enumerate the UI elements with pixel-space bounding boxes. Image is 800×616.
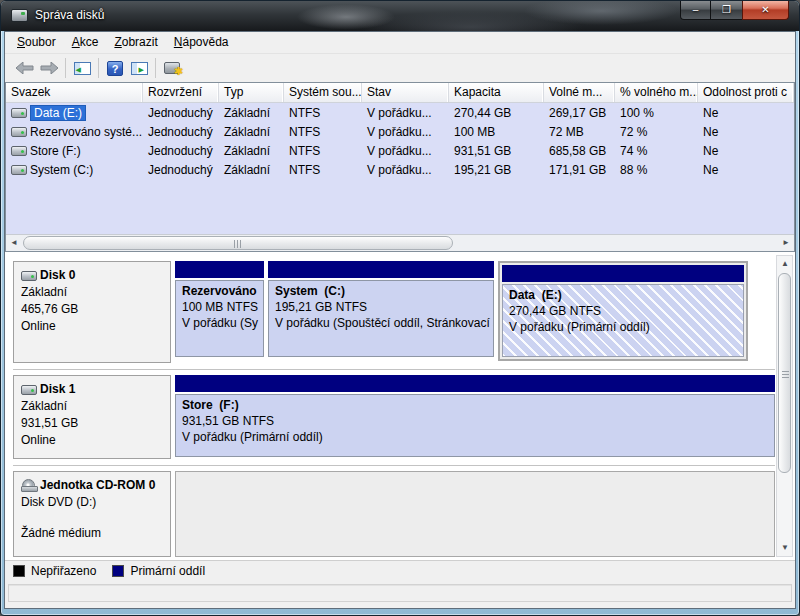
disk-graph-pane: Disk 0 Základní 465,76 GB Online Rezervo… xyxy=(5,252,795,560)
minimize-button[interactable]: – xyxy=(680,1,711,20)
disk1-label-panel[interactable]: Disk 1 Základní 931,51 GB Online xyxy=(13,375,171,459)
forward-button[interactable] xyxy=(37,57,61,79)
volume-icon xyxy=(11,108,27,118)
scroll-left-icon[interactable]: ◄ xyxy=(6,235,22,251)
volume-list-header: Svazek Rozvržení Typ Systém sou... Stav … xyxy=(6,83,794,103)
column-header-kapacita[interactable]: Kapacita xyxy=(449,83,544,102)
vertical-scrollbar[interactable]: ▲ ▼ xyxy=(776,255,793,557)
close-button[interactable]: ✕ xyxy=(742,1,789,20)
toolbar-separator xyxy=(155,58,156,78)
help-button[interactable]: ? xyxy=(103,57,127,79)
volume-rows: Data (E:) Jednoduchý Základní NTFS V poř… xyxy=(6,103,794,179)
primary-partition-bar xyxy=(175,261,264,278)
column-header-svazek[interactable]: Svazek xyxy=(6,83,143,102)
legend-unallocated: Nepřiřazeno xyxy=(13,564,96,578)
primary-partition-bar xyxy=(268,261,494,278)
column-header-volne-misto[interactable]: Volné m... xyxy=(544,83,615,102)
horizontal-scrollbar-thumb[interactable] xyxy=(23,236,453,250)
volume-row-system-c[interactable]: System (C:) Jednoduchý Základní NTFS V p… xyxy=(6,160,794,179)
menu-soubor[interactable]: Soubor xyxy=(9,32,64,53)
toolbar-separator xyxy=(65,58,66,78)
column-header-stav[interactable]: Stav xyxy=(362,83,449,102)
forward-icon xyxy=(40,62,58,74)
volume-icon xyxy=(11,165,27,175)
disk1-graph: Store (F:) 931,51 GB NTFS V pořádku (Pri… xyxy=(175,375,775,459)
cd-rom-icon xyxy=(21,479,36,492)
status-bar-inner xyxy=(8,584,792,602)
maximize-button[interactable]: ❐ xyxy=(710,1,743,20)
vertical-scrollbar-thumb[interactable] xyxy=(778,273,791,473)
scrollbar-grip xyxy=(782,369,789,378)
volume-row-rezervovano[interactable]: Rezervováno systé... Jednoduchý Základní… xyxy=(6,122,794,141)
menu-zobrazit[interactable]: Zobrazit xyxy=(106,32,165,53)
show-pane-icon: ▶ xyxy=(131,62,148,75)
disk0-label-panel[interactable]: Disk 0 Základní 465,76 GB Online xyxy=(13,261,171,363)
toolbar: ◀ ? ▶ ✱ xyxy=(5,54,795,82)
partition-system-c[interactable]: System (C:) 195,21 GB NTFS V pořádku (Sp… xyxy=(268,261,494,357)
column-header-odolnost[interactable]: Odolnost proti c xyxy=(698,83,794,102)
partition-rezervovano[interactable]: Rezervováno 100 MB NTFS V pořádku (Sy xyxy=(175,261,264,357)
disk-management-window: Správa disků – ❐ ✕ Soubor Akce Zobrazit … xyxy=(0,0,800,616)
console-tree-button[interactable]: ◀ xyxy=(70,57,94,79)
primary-partition-bar xyxy=(502,265,744,282)
scroll-up-icon[interactable]: ▲ xyxy=(777,256,793,272)
back-button[interactable] xyxy=(13,57,37,79)
back-icon xyxy=(16,62,34,74)
disk1-row: Disk 1 Základní 931,51 GB Online Store (… xyxy=(13,369,775,459)
app-icon xyxy=(11,9,28,22)
column-header-procent-volneho[interactable]: % volného m... xyxy=(615,83,698,102)
column-header-typ[interactable]: Typ xyxy=(219,83,284,102)
primary-partition-bar xyxy=(175,375,775,392)
partition-data-e-selected[interactable]: Data (E:) 270,44 GB NTFS V pořádku (Prim… xyxy=(498,261,748,361)
hard-disk-icon xyxy=(21,385,37,395)
scrollbar-grip xyxy=(234,240,243,248)
disk-actions-icon: ✱ xyxy=(164,62,180,74)
disk0-graph: Rezervováno 100 MB NTFS V pořádku (Sy Sy… xyxy=(175,261,775,363)
volume-row-data-e[interactable]: Data (E:) Jednoduchý Základní NTFS V poř… xyxy=(6,103,794,122)
menu-bar: Soubor Akce Zobrazit Nápověda xyxy=(5,32,795,54)
volume-icon xyxy=(11,146,27,156)
help-icon: ? xyxy=(107,61,123,76)
volume-list-pane: Svazek Rozvržení Typ Systém sou... Stav … xyxy=(5,82,795,252)
partition-store-f[interactable]: Store (F:) 931,51 GB NTFS V pořádku (Pri… xyxy=(175,375,775,457)
client-area: Soubor Akce Zobrazit Nápověda ◀ ? ▶ xyxy=(4,31,796,609)
show-pane-button[interactable]: ▶ xyxy=(127,57,151,79)
window-controls: – ❐ ✕ xyxy=(681,1,789,20)
cdrom-row: Jednotka CD-ROM 0 Disk DVD (D:) Žádné mé… xyxy=(13,465,775,557)
title-bar: Správa disků – ❐ ✕ xyxy=(1,1,799,31)
menu-akce[interactable]: Akce xyxy=(64,32,107,53)
column-header-system-souboru[interactable]: Systém sou... xyxy=(284,83,362,102)
console-tree-icon: ◀ xyxy=(74,62,91,75)
column-header-rozvrzeni[interactable]: Rozvržení xyxy=(143,83,219,102)
scroll-down-icon[interactable]: ▼ xyxy=(777,540,793,556)
disk0-row: Disk 0 Základní 465,76 GB Online Rezervo… xyxy=(13,261,775,363)
primary-partition-swatch xyxy=(112,565,124,577)
legend-bar: Nepřiřazeno Primární oddíl xyxy=(5,560,795,581)
toolbar-separator xyxy=(98,58,99,78)
legend-primary-partition: Primární oddíl xyxy=(112,564,205,578)
menu-napoveda[interactable]: Nápověda xyxy=(166,32,237,53)
volume-icon xyxy=(11,127,27,137)
volume-row-store-f[interactable]: Store (F:) Jednoduchý Základní NTFS V po… xyxy=(6,141,794,160)
window-title: Správa disků xyxy=(35,1,104,30)
volume-name-selected: Data (E:) xyxy=(30,105,86,121)
disk-actions-button[interactable]: ✱ xyxy=(160,57,184,79)
cdrom-label-panel[interactable]: Jednotka CD-ROM 0 Disk DVD (D:) Žádné mé… xyxy=(13,471,171,557)
cdrom-graph-empty[interactable] xyxy=(175,471,775,557)
scroll-right-icon[interactable]: ► xyxy=(778,235,794,251)
hard-disk-icon xyxy=(21,271,37,281)
unallocated-swatch xyxy=(13,565,25,577)
status-bar xyxy=(5,581,795,606)
horizontal-scrollbar[interactable]: ◄ ► xyxy=(6,234,794,251)
